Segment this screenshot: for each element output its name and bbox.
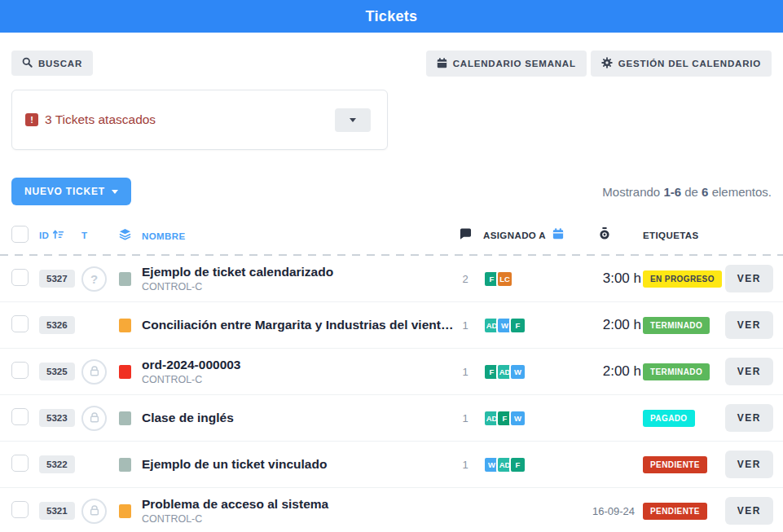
row-id-badge: 5326: [39, 316, 75, 334]
comment-icon: [460, 228, 472, 243]
ticket-title: Clase de inglés: [142, 411, 454, 425]
summary-of: de: [684, 185, 698, 199]
summary-showing: Mostrando: [602, 185, 660, 199]
ver-button[interactable]: VER: [725, 358, 773, 385]
column-header-type[interactable]: T: [81, 231, 87, 240]
time-value: 3:00 h: [603, 270, 641, 286]
ver-button[interactable]: VER: [725, 497, 773, 525]
bag-circle-icon: [81, 406, 107, 431]
ticket-title: Conciliación entre Margarita y Industria…: [142, 318, 454, 332]
column-header-assigned[interactable]: ASIGNADO A: [483, 231, 546, 240]
column-header-tags[interactable]: ETIQUETAS: [643, 231, 699, 240]
new-ticket-button[interactable]: NUEVO TICKET: [11, 178, 131, 205]
gear-icon: [601, 57, 613, 70]
select-all-checkbox[interactable]: [11, 226, 29, 243]
exclamation-square-icon: !: [25, 113, 38, 126]
search-button[interactable]: BUSCAR: [11, 51, 93, 76]
comment-count: 2: [462, 273, 468, 285]
column-header-name[interactable]: NOMBRE: [142, 231, 186, 241]
avatar-group: FADW: [477, 363, 568, 380]
status-tag: PENDIENTE: [643, 456, 707, 473]
ticket-color-square: [119, 411, 131, 425]
ticket-color-square: [119, 319, 131, 332]
ver-button[interactable]: VER: [725, 404, 773, 432]
bag-circle-icon: [81, 359, 107, 385]
ver-button[interactable]: VER: [725, 311, 773, 339]
row-id-badge: 5325: [39, 363, 75, 380]
layers-icon[interactable]: [119, 228, 131, 244]
column-header-id[interactable]: ID: [39, 231, 49, 240]
stopwatch-icon: [599, 227, 610, 244]
summary-items: elementos.: [712, 185, 772, 199]
ticket-color-square: [119, 458, 131, 472]
ticket-color-square: [119, 504, 131, 518]
ticket-subtitle: CONTROL-C: [142, 374, 454, 385]
toolbar-right-group: CALENDARIO SEMANAL: [426, 51, 772, 77]
row-checkbox[interactable]: [11, 362, 29, 379]
row-id-badge: 5323: [39, 409, 75, 427]
ver-button[interactable]: VER: [725, 451, 773, 478]
alert-expand-button[interactable]: [335, 108, 371, 132]
ticket-color-square: [119, 272, 131, 286]
calendar-blue-icon[interactable]: [552, 228, 564, 243]
ticket-table-body: 5327 ? Ejemplo de ticket calendarizado C…: [0, 256, 783, 532]
row-checkbox[interactable]: [11, 408, 29, 425]
avatar: W: [509, 410, 526, 427]
table-header: ID T: [0, 222, 783, 249]
search-button-label: BUSCAR: [38, 59, 82, 68]
status-tag: EN PROGRESO: [643, 270, 722, 288]
time-value: 2:00 h: [603, 317, 641, 332]
sort-icon[interactable]: [53, 228, 64, 243]
table-row: 5321 Problema de acceso al sistema CONTR…: [0, 488, 783, 532]
chevron-down-icon: [112, 190, 118, 194]
page-title: Tickets: [366, 8, 418, 25]
calendar-management-label: GESTIÓN DEL CALENDARIO: [618, 59, 761, 68]
ver-button[interactable]: VER: [725, 265, 773, 292]
status-tag: TERMINADO: [643, 317, 710, 334]
comment-count: 1: [462, 412, 468, 424]
row-checkbox[interactable]: [11, 455, 29, 472]
table-row: 5326 Conciliación entre Margarita y Indu…: [0, 302, 783, 349]
comment-count: 1: [462, 319, 468, 332]
avatar: LC: [496, 270, 513, 288]
status-tag: PENDIENTE: [643, 503, 707, 520]
avatar-group: FLC: [477, 270, 568, 288]
ticket-subtitle: CONTROL-C: [142, 513, 454, 525]
new-ticket-label: NUEVO TICKET: [24, 186, 105, 197]
row-id-badge: 5322: [39, 455, 75, 473]
summary-range: 1-6: [663, 185, 681, 199]
comment-count: 1: [462, 366, 468, 378]
toolbar: BUSCAR CALENDARIO SEMANAL: [11, 51, 772, 77]
row-checkbox[interactable]: [11, 315, 29, 332]
row-id-badge: 5321: [39, 502, 75, 520]
ticket-title: Ejemplo de un ticket vinculado: [142, 457, 454, 472]
row-checkbox[interactable]: [11, 501, 29, 518]
ticket-color-square: [119, 365, 131, 379]
ticket-subtitle: CONTROL-C: [142, 281, 454, 292]
table-row: 5323 Clase de inglés 1 ADFW PAGADO VER: [0, 395, 783, 442]
summary-total: 6: [702, 185, 708, 199]
table-row: 5322 Ejemplo de un ticket vinculado 1 WA…: [0, 442, 783, 488]
status-tag: PAGADO: [643, 410, 695, 427]
table-row: 5327 ? Ejemplo de ticket calendarizado C…: [0, 256, 783, 302]
calendar-icon: [437, 58, 447, 70]
row-checkbox[interactable]: [11, 269, 29, 286]
avatar: F: [509, 317, 526, 334]
time-value: 16-09-24: [592, 505, 641, 517]
tickets-table: ID T: [0, 222, 783, 532]
weekly-calendar-label: CALENDARIO SEMANAL: [453, 59, 576, 68]
time-value: 2:00 h: [603, 363, 641, 379]
search-icon: [22, 57, 33, 69]
table-row: 5325 ord-2024-000003 CONTROL-C 1 FADW 2:…: [0, 349, 783, 395]
actions-row: NUEVO TICKET Mostrando 1-6 de 6 elemento…: [11, 178, 772, 205]
alert-message: 3 Tickets atascados: [45, 112, 156, 127]
avatar: W: [509, 363, 526, 380]
ticket-title: Ejemplo de ticket calendarizado: [142, 265, 454, 279]
app-header: Tickets: [0, 0, 783, 33]
ticket-title: Problema de acceso al sistema: [142, 497, 454, 512]
weekly-calendar-button[interactable]: CALENDARIO SEMANAL: [426, 51, 587, 77]
calendar-management-button[interactable]: GESTIÓN DEL CALENDARIO: [591, 51, 772, 77]
alert-message-group: ! 3 Tickets atascados: [25, 112, 156, 127]
stuck-tickets-alert: ! 3 Tickets atascados: [11, 90, 388, 150]
bag-circle-icon: [81, 499, 107, 524]
